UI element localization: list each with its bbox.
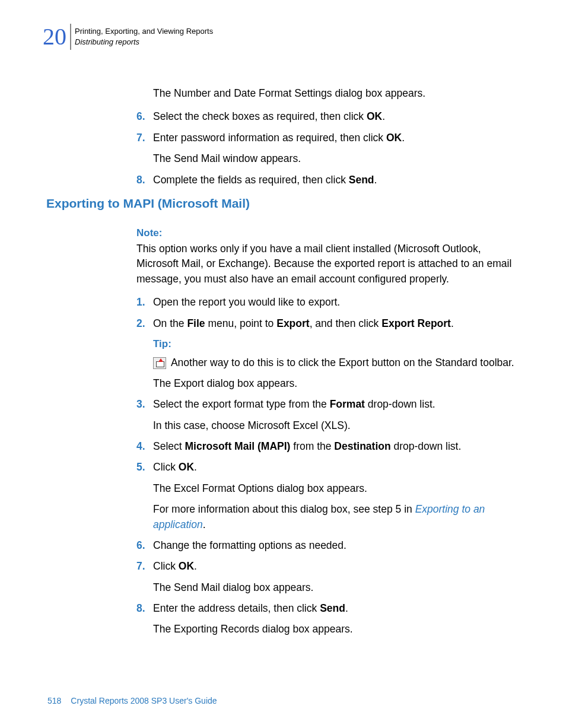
step-body: Enter the address details, then click Se… xyxy=(153,601,516,637)
step-body: Select the check boxes as required, then… xyxy=(153,109,516,124)
footer-title: Crystal Reports 2008 SP3 User's Guide xyxy=(71,696,217,705)
step-body: Enter password information as required, … xyxy=(153,131,516,167)
tip-sub: The Export dialog box appears. xyxy=(153,376,516,391)
step-number: 2. xyxy=(136,316,153,392)
note-body: This option works only if you have a mai… xyxy=(136,241,516,287)
step-7: 7. Enter password information as require… xyxy=(136,131,516,167)
step-body: On the File menu, point to Export, and t… xyxy=(153,316,516,392)
step-2: 2. On the File menu, point to Export, an… xyxy=(136,316,516,392)
tip-label: Tip: xyxy=(153,337,516,352)
step-number: 8. xyxy=(136,173,153,187)
step-body: Complete the fields as required, then cl… xyxy=(153,173,516,187)
step-sub: The Send Mail window appears. xyxy=(153,151,516,166)
step-body: Click OK. The Send Mail dialog box appea… xyxy=(153,559,516,595)
step-8: 8. Enter the address details, then click… xyxy=(136,601,516,637)
export-icon xyxy=(153,357,166,369)
step-body: Select the export format type from the F… xyxy=(153,397,516,433)
step-number: 8. xyxy=(136,601,153,637)
section-heading: Exporting to MAPI (Microsoft Mail) xyxy=(46,196,250,211)
step-sub-link: For more information about this dialog b… xyxy=(153,502,516,532)
step-number: 6. xyxy=(136,109,153,124)
step-6: 6. Change the formatting options as need… xyxy=(136,538,516,553)
step-number: 5. xyxy=(136,460,153,532)
step-body: Change the formatting options as needed. xyxy=(153,538,516,553)
step-3: 3. Select the export format type from th… xyxy=(136,397,516,433)
step-4: 4. Select Microsoft Mail (MAPI) from the… xyxy=(136,439,516,454)
step-sub: The Exporting Records dialog box appears… xyxy=(153,622,516,637)
step-number: 3. xyxy=(136,397,153,433)
mapi-section: Note: This option works only if you have… xyxy=(136,227,516,643)
step-7: 7. Click OK. The Send Mail dialog box ap… xyxy=(136,559,516,595)
step-sub: The Send Mail dialog box appears. xyxy=(153,580,516,595)
step-5: 5. Click OK. The Excel Format Options di… xyxy=(136,460,516,532)
header-divider xyxy=(70,24,71,50)
top-content-block: The Number and Date Format Settings dial… xyxy=(136,86,516,193)
header-section-title: Distributing reports xyxy=(75,37,213,47)
page-number: 518 xyxy=(47,696,61,705)
step-number: 7. xyxy=(136,131,153,167)
step-8: 8. Complete the fields as required, then… xyxy=(136,173,516,187)
step-body: Open the report you would like to export… xyxy=(153,295,516,310)
step-body: Select Microsoft Mail (MAPI) from the De… xyxy=(153,439,516,454)
step-sub: In this case, choose Microsoft Excel (XL… xyxy=(153,418,516,433)
note-label: Note: xyxy=(136,227,516,239)
step-body: Click OK. The Excel Format Options dialo… xyxy=(153,460,516,532)
step-number: 4. xyxy=(136,439,153,454)
page-footer: 518Crystal Reports 2008 SP3 User's Guide xyxy=(47,696,217,705)
dialog-appears-text: The Number and Date Format Settings dial… xyxy=(153,86,516,101)
header-chapter-title: Printing, Exporting, and Viewing Reports xyxy=(75,26,213,37)
header-text: Printing, Exporting, and Viewing Reports… xyxy=(75,26,213,47)
step-number: 1. xyxy=(136,295,153,310)
step-1: 1. Open the report you would like to exp… xyxy=(136,295,516,310)
step-number: 7. xyxy=(136,559,153,595)
step-sub: The Excel Format Options dialog box appe… xyxy=(153,481,516,496)
step-6: 6. Select the check boxes as required, t… xyxy=(136,109,516,124)
step-number: 6. xyxy=(136,538,153,553)
chapter-number: 20 xyxy=(43,25,66,49)
page-header: 20 Printing, Exporting, and Viewing Repo… xyxy=(43,24,213,50)
tip-block: Tip: Another way to do this is to click … xyxy=(153,337,516,370)
tip-body: Another way to do this is to click the E… xyxy=(153,355,516,370)
